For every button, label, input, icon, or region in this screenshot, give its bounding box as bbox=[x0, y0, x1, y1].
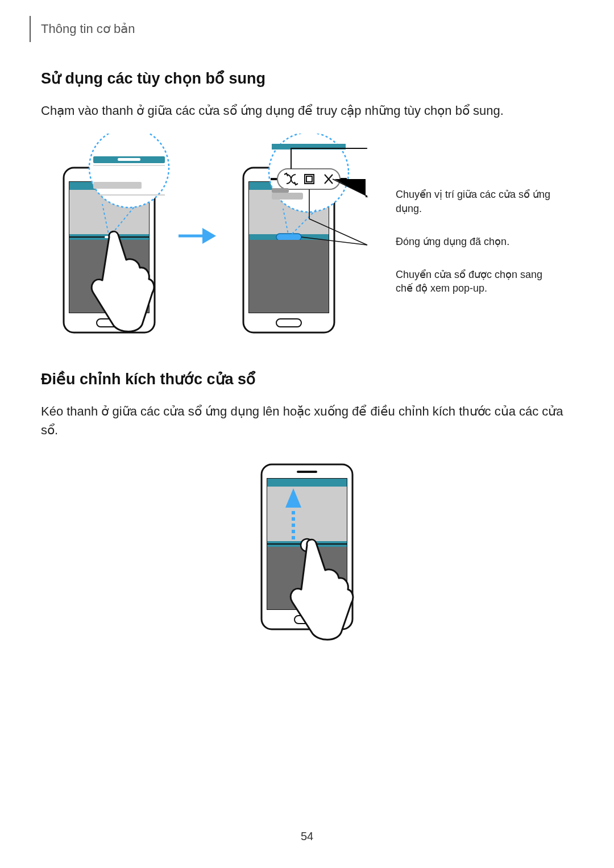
section-heading-options: Sử dụng các tùy chọn bổ sung bbox=[41, 69, 573, 88]
svg-rect-31 bbox=[277, 169, 340, 189]
header-divider bbox=[30, 16, 31, 42]
section-body-options: Chạm vào thanh ở giữa các cửa sổ ứng dụn… bbox=[41, 101, 573, 120]
callout-popup: Chuyển cửa sổ được chọn sang chế độ xem … bbox=[396, 268, 555, 296]
section-body-resize: Kéo thanh ở giữa các cửa sổ ứng dụng lên… bbox=[41, 402, 573, 439]
svg-rect-12 bbox=[118, 158, 140, 161]
svg-rect-14 bbox=[93, 182, 142, 189]
svg-rect-54 bbox=[297, 471, 317, 473]
arrow-right-icon bbox=[176, 225, 216, 247]
callout-close: Đóng ứng dụng đã chọn. bbox=[396, 235, 555, 248]
section-heading-resize: Điều chỉnh kích thước cửa sổ bbox=[41, 370, 573, 388]
svg-rect-36 bbox=[272, 193, 303, 200]
svg-rect-49 bbox=[267, 487, 347, 541]
phone-illustration-resize bbox=[239, 453, 375, 646]
svg-rect-37 bbox=[272, 188, 289, 193]
svg-rect-24 bbox=[249, 240, 329, 313]
chapter-header: Thông tin cơ bản bbox=[41, 16, 573, 42]
svg-rect-26 bbox=[276, 319, 301, 327]
page-number: 54 bbox=[0, 830, 614, 843]
svg-rect-13 bbox=[93, 165, 165, 166]
chapter-title: Thông tin cơ bản bbox=[41, 22, 135, 36]
svg-point-10 bbox=[89, 134, 169, 207]
phone-illustration-right bbox=[221, 134, 385, 338]
callout-list: Chuyển vị trí giữa các cửa sổ ứng dụng. … bbox=[396, 176, 555, 295]
phone-illustration-left bbox=[41, 134, 172, 338]
page-content: Thông tin cơ bản Sử dụng các tùy chọn bổ… bbox=[0, 0, 614, 663]
callout-swap: Chuyển vị trí giữa các cửa sổ ứng dụng. bbox=[396, 188, 555, 215]
svg-marker-17 bbox=[202, 228, 216, 244]
svg-rect-48 bbox=[267, 479, 347, 487]
figure-row-options: Chuyển vị trí giữa các cửa sổ ứng dụng. … bbox=[41, 134, 573, 338]
figure-resize bbox=[41, 453, 573, 646]
